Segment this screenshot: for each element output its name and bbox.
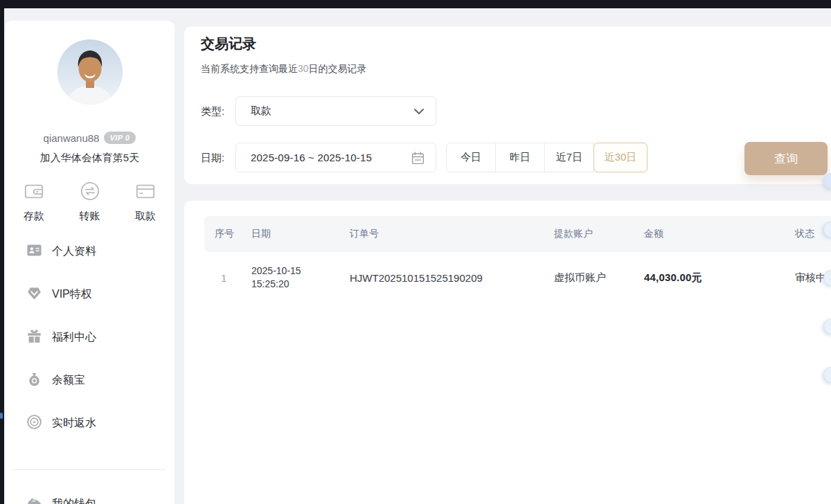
page-subtitle: 当前系统支持查询最近30日的交易记录: [201, 63, 367, 75]
col-header-account: 提款账户: [554, 228, 644, 240]
avatar: [57, 39, 123, 105]
user-identity: qianwanu88 VIP 0: [5, 132, 175, 144]
col-header-date: 日期: [251, 228, 350, 240]
range-7days-button[interactable]: 近7日: [544, 143, 594, 172]
date-quick-range-group: 今日 昨日 近7日 近30日: [446, 143, 647, 172]
cell-date: 2025-10-15 15:25:20: [251, 264, 350, 291]
cell-order-no: HJWT202510151525190209: [350, 272, 554, 284]
wallet-icon: [24, 181, 44, 204]
calendar-icon: [411, 151, 425, 168]
rebate-coin-icon: [26, 414, 42, 433]
quick-action-label: 取款: [135, 210, 156, 223]
col-header-index: 序号: [204, 228, 251, 240]
type-select-value: 取款: [236, 105, 271, 118]
subtitle-suffix: 日的交易记录: [309, 63, 367, 74]
col-header-order-no: 订单号: [350, 228, 554, 240]
avatar-portrait: [57, 39, 123, 105]
membership-duration-text: 加入华体会体育第5天: [5, 152, 175, 165]
left-strip-marker: [0, 413, 3, 419]
username: qianwanu88: [44, 132, 100, 144]
bank-card-icon: [135, 181, 156, 204]
sidebar-item-vip[interactable]: VIP特权: [5, 273, 175, 316]
account-transactions-page: qianwanu88 VIP 0 加入华体会体育第5天 存款 转账: [0, 0, 831, 504]
cell-index: 1: [204, 272, 251, 284]
cell-date-line1: 2025-10-15: [251, 265, 301, 276]
quick-action-label: 存款: [24, 210, 44, 223]
sidebar-item-label: 实时返水: [52, 416, 96, 431]
transactions-table-panel: 序号 日期 订单号 提款账户 金额 状态 1 2025-10-15 15:25:…: [184, 201, 831, 504]
chevron-down-icon: [413, 107, 425, 119]
sidebar-item-profile[interactable]: 个人资料: [5, 230, 175, 273]
floating-service-button[interactable]: [823, 173, 831, 189]
quick-action-label: 转账: [80, 210, 100, 223]
search-button[interactable]: 查询: [744, 142, 828, 175]
subtitle-prefix: 当前系统支持查询最近: [201, 63, 298, 74]
cell-amount: 44,030.00元: [644, 271, 795, 285]
table-header-row: 序号 日期 订单号 提款账户 金额 状态: [204, 216, 831, 252]
sidebar-item-benefits[interactable]: 福利中心: [5, 316, 175, 359]
sidebar-menu: 个人资料 VIP特权 福利中心 余额宝: [5, 230, 175, 444]
sidebar-item-my-wallet[interactable]: 我的钱包: [5, 486, 175, 504]
date-range-input[interactable]: 2025-09-16 ~ 2025-10-15: [235, 143, 436, 172]
transfer-icon: [80, 181, 100, 204]
money-bag-icon: [26, 371, 42, 390]
quick-actions: 存款 转账 取款: [5, 181, 175, 223]
vip-level-badge: VIP 0: [104, 132, 136, 144]
left-edge-strip: [0, 0, 4, 504]
sidebar-item-label: 余额宝: [52, 373, 85, 388]
range-30days-button[interactable]: 近30日: [593, 143, 647, 172]
range-yesterday-button[interactable]: 昨日: [495, 143, 545, 172]
sidebar-item-yuebao[interactable]: 余额宝: [5, 359, 175, 402]
date-filter-label: 日期:: [201, 143, 224, 172]
col-header-amount: 金额: [644, 228, 795, 240]
vip-gem-icon: [26, 285, 42, 304]
sidebar: qianwanu88 VIP 0 加入华体会体育第5天 存款 转账: [5, 21, 175, 504]
page-title: 交易记录: [201, 35, 256, 53]
table-row: 1 2025-10-15 15:25:20 HJWT20251015152519…: [204, 252, 831, 303]
subtitle-highlight: 30: [298, 63, 309, 74]
type-filter-label: 类型:: [201, 96, 224, 126]
withdraw-action[interactable]: 取款: [135, 181, 156, 223]
piggy-bank-icon: [26, 495, 42, 504]
sidebar-item-label: 个人资料: [52, 244, 96, 259]
filter-panel: 交易记录 当前系统支持查询最近30日的交易记录 类型: 取款 日期: 2025-…: [184, 26, 831, 184]
cell-date-line2: 15:25:20: [251, 278, 289, 289]
range-today-button[interactable]: 今日: [446, 143, 496, 172]
sidebar-divider: [12, 469, 166, 470]
sidebar-item-label: VIP特权: [52, 287, 92, 302]
date-range-value: 2025-09-16 ~ 2025-10-15: [236, 152, 372, 163]
type-select[interactable]: 取款: [235, 96, 436, 126]
browser-top-bar: [0, 0, 831, 8]
sidebar-item-label: 福利中心: [52, 330, 96, 345]
deposit-action[interactable]: 存款: [24, 181, 44, 223]
gift-icon: [26, 328, 42, 347]
sidebar-item-label: 我的钱包: [52, 497, 96, 504]
transfer-action[interactable]: 转账: [80, 181, 100, 223]
sidebar-item-rebate[interactable]: 实时返水: [5, 402, 175, 444]
cell-account: 虚拟币账户: [554, 271, 644, 285]
id-card-icon: [26, 242, 42, 261]
